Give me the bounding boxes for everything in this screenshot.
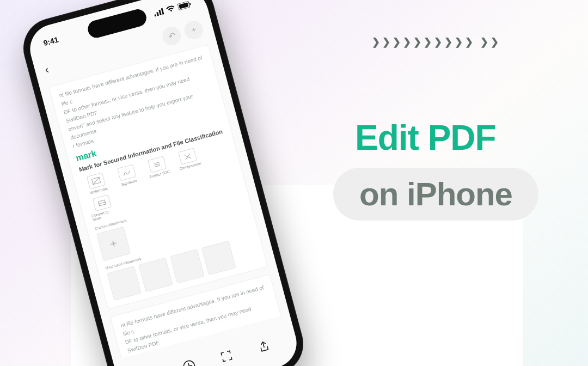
bottom-add-button[interactable] [180, 357, 198, 366]
topbar-add-button[interactable]: + [182, 19, 205, 41]
watermark-thumb[interactable] [201, 241, 236, 276]
share-button[interactable] [254, 337, 273, 356]
promo-stage: ❯❯❯❯❯❯❯❯❯❯ ❯❯ Edit PDF on iPhone 9:41 ‹ [0, 0, 588, 366]
watermark-thumb[interactable] [138, 258, 173, 292]
phone-mockup: 9:41 ‹ ↶ + [16, 0, 310, 366]
tool-signature[interactable]: Signature [112, 163, 143, 188]
toc-icon [152, 160, 162, 169]
svg-line-11 [155, 166, 161, 167]
watermark-thumb[interactable] [107, 266, 142, 301]
back-button[interactable]: ‹ [44, 63, 50, 76]
add-circle-icon [181, 358, 197, 366]
svg-rect-1 [156, 12, 159, 16]
scan-button[interactable] [217, 347, 235, 365]
signal-icon [153, 8, 164, 17]
signature-icon [121, 168, 132, 177]
svg-line-15 [188, 364, 190, 366]
compression-icon [182, 152, 193, 161]
wifi-icon [166, 5, 176, 14]
headline-secondary: on iPhone [359, 175, 512, 213]
svg-rect-0 [154, 14, 156, 17]
status-time: 9:41 [42, 35, 59, 47]
svg-line-10 [155, 164, 160, 166]
scan-frame-icon [219, 349, 234, 364]
tool-watermark[interactable]: Watermark [81, 171, 112, 196]
tool-compression[interactable]: Compression [173, 147, 204, 172]
tool-extract-toc[interactable]: Extract TOC [142, 155, 173, 180]
headline-pill: on iPhone [333, 168, 538, 221]
scan-icon [97, 199, 107, 208]
undo-icon: ↶ [167, 30, 176, 42]
phone-body: 9:41 ‹ ↶ + [16, 0, 310, 366]
phone-screen: 9:41 ‹ ↶ + [24, 0, 302, 366]
plus-icon: + [190, 25, 198, 35]
watermark-icon [91, 176, 101, 185]
tool-convert-scan[interactable]: Convert to Scan [87, 193, 119, 222]
decorative-chevrons: ❯❯❯❯❯❯❯❯❯❯ ❯❯ [372, 36, 501, 48]
battery-icon [177, 1, 192, 10]
headline-primary: Edit PDF [355, 118, 496, 158]
share-icon [256, 339, 271, 353]
status-indicators [153, 1, 192, 17]
svg-rect-2 [158, 10, 161, 15]
svg-line-13 [99, 202, 106, 204]
add-watermark-thumb[interactable]: + [96, 227, 131, 261]
doc-card-1: nt file formats have different advantage… [48, 44, 268, 309]
svg-line-9 [154, 162, 160, 164]
svg-rect-6 [189, 3, 191, 5]
svg-rect-3 [161, 8, 164, 15]
undo-button[interactable]: ↶ [161, 25, 183, 47]
watermark-thumb[interactable] [170, 249, 205, 284]
